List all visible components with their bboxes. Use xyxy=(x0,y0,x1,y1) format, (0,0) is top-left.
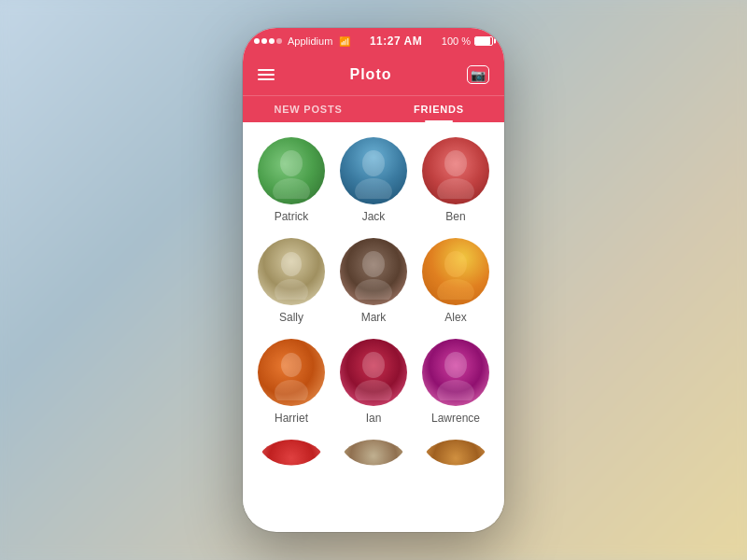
svg-point-8 xyxy=(362,251,385,277)
battery-percent: 100 % xyxy=(442,35,471,47)
svg-point-3 xyxy=(355,178,392,199)
svg-point-10 xyxy=(444,251,467,277)
svg-point-6 xyxy=(281,252,302,276)
avatar-alex xyxy=(422,238,489,305)
avatar-mark xyxy=(340,238,407,305)
friend-item-sally[interactable]: Sally xyxy=(257,238,327,324)
dot-2 xyxy=(261,38,267,44)
name-alex: Alex xyxy=(444,311,466,324)
face-patrick xyxy=(258,137,325,204)
face-svg-mark xyxy=(350,244,397,300)
svg-point-17 xyxy=(437,380,474,400)
face-lawrence xyxy=(422,339,489,406)
hamburger-line-2 xyxy=(258,74,275,76)
face-svg-ian xyxy=(350,344,397,400)
svg-point-2 xyxy=(362,150,385,176)
friends-row-1: Patrick Jack xyxy=(250,137,497,223)
friend-item-jack[interactable]: Jack xyxy=(339,137,409,223)
avatar-bottom3 xyxy=(422,440,489,486)
face-jack xyxy=(340,137,407,204)
friend-item-alex[interactable]: Alex xyxy=(421,238,491,324)
status-bar: Applidium 📶 11:27 AM 100 % xyxy=(243,28,504,54)
tabs-bar: NEW POSTS FRIENDS xyxy=(243,95,504,122)
signal-dots xyxy=(254,38,282,44)
svg-point-16 xyxy=(444,352,467,378)
avatar-lawrence xyxy=(422,339,489,406)
svg-point-13 xyxy=(275,380,308,400)
wifi-icon: 📶 xyxy=(339,36,350,47)
avatar-patrick xyxy=(258,137,325,204)
face-ben xyxy=(422,137,489,204)
friends-row-3: Harriet Ian xyxy=(250,339,497,425)
avatar-bottom1 xyxy=(258,440,325,486)
battery-fill xyxy=(475,37,490,45)
friend-item-patrick[interactable]: Patrick xyxy=(257,137,327,223)
face-svg-ben xyxy=(432,143,479,199)
status-left: Applidium 📶 xyxy=(254,35,350,47)
avatar-bottom2 xyxy=(340,440,407,486)
svg-point-9 xyxy=(355,279,392,300)
face-svg-jack xyxy=(350,143,397,199)
friend-item-bottom3[interactable] xyxy=(421,440,491,492)
svg-point-12 xyxy=(281,353,302,377)
hamburger-line-3 xyxy=(258,78,275,80)
battery-icon xyxy=(474,36,493,46)
avatar-sally xyxy=(258,238,325,305)
name-patrick: Patrick xyxy=(275,210,309,223)
name-harriet: Harriet xyxy=(275,412,308,425)
face-harriet xyxy=(258,339,325,406)
dot-1 xyxy=(254,38,260,44)
face-svg-sally xyxy=(268,244,315,300)
face-sally xyxy=(258,238,325,305)
name-lawrence: Lawrence xyxy=(431,412,480,425)
friend-item-bottom1[interactable] xyxy=(257,440,327,492)
svg-point-14 xyxy=(362,352,385,378)
friend-item-ian[interactable]: Ian xyxy=(339,339,409,425)
face-alex xyxy=(422,238,489,305)
dot-4 xyxy=(276,38,282,44)
svg-point-7 xyxy=(275,279,308,300)
tab-friends[interactable]: FRIENDS xyxy=(374,96,504,122)
carrier-label: Applidium xyxy=(288,35,332,47)
friend-item-ben[interactable]: Ben xyxy=(421,137,491,223)
menu-button[interactable] xyxy=(258,69,275,80)
name-mark: Mark xyxy=(361,311,387,324)
friends-grid: Patrick Jack xyxy=(243,122,504,525)
avatar-ben xyxy=(422,137,489,204)
name-ian: Ian xyxy=(366,412,382,425)
avatar-ian xyxy=(340,339,407,406)
tab-new-posts[interactable]: NEW POSTS xyxy=(243,96,374,122)
app-header: Ploto 📷 xyxy=(243,54,504,95)
face-ian xyxy=(340,339,407,406)
friend-item-lawrence[interactable]: Lawrence xyxy=(421,339,491,425)
dot-3 xyxy=(269,38,275,44)
svg-point-1 xyxy=(273,178,310,199)
name-ben: Ben xyxy=(445,210,465,223)
avatar-harriet xyxy=(258,339,325,406)
svg-point-5 xyxy=(437,178,474,199)
phone-shell: Applidium 📶 11:27 AM 100 % Ploto 📷 NEW P… xyxy=(243,28,504,532)
friend-item-mark[interactable]: Mark xyxy=(339,238,409,324)
face-svg-harriet xyxy=(268,344,315,400)
status-right: 100 % xyxy=(442,35,493,47)
name-sally: Sally xyxy=(279,311,303,324)
svg-point-4 xyxy=(444,150,467,176)
status-time: 11:27 AM xyxy=(370,35,422,48)
app-title: Ploto xyxy=(350,66,392,83)
svg-point-15 xyxy=(355,380,392,400)
friends-row-2: Sally Mark xyxy=(250,238,497,324)
face-mark xyxy=(340,238,407,305)
face-svg-lawrence xyxy=(432,344,479,400)
hamburger-line-1 xyxy=(258,69,275,71)
svg-point-11 xyxy=(437,279,474,300)
friends-row-4 xyxy=(250,440,497,492)
face-svg-patrick xyxy=(268,143,315,199)
svg-point-0 xyxy=(280,150,303,176)
name-jack: Jack xyxy=(362,210,386,223)
camera-button[interactable]: 📷 xyxy=(467,65,489,84)
avatar-jack xyxy=(340,137,407,204)
friend-item-harriet[interactable]: Harriet xyxy=(257,339,327,425)
friend-item-bottom2[interactable] xyxy=(339,440,409,492)
face-svg-alex xyxy=(432,244,479,300)
